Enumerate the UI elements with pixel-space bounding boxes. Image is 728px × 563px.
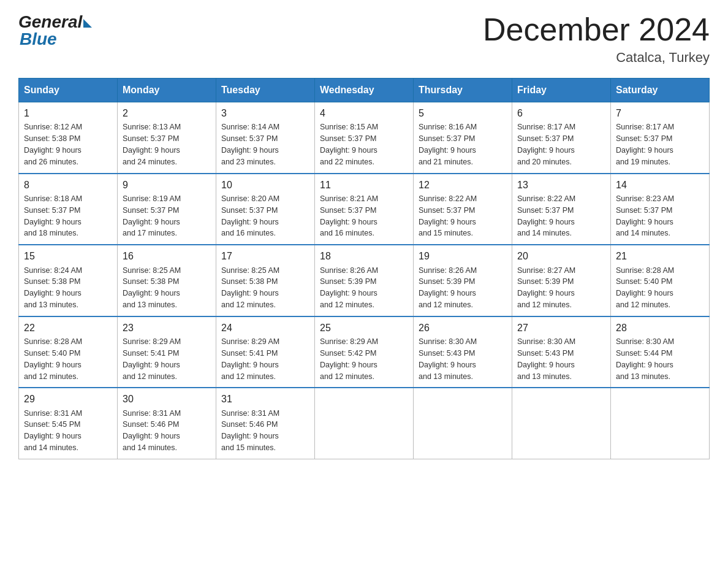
calendar-cell: 11 Sunrise: 8:21 AMSunset: 5:37 PMDaylig… bbox=[315, 174, 414, 245]
calendar-cell: 21 Sunrise: 8:28 AMSunset: 5:40 PMDaylig… bbox=[611, 245, 710, 316]
day-number: 18 bbox=[320, 249, 408, 263]
page-header: General Blue December 2024 Catalca, Turk… bbox=[18, 12, 710, 66]
day-number: 10 bbox=[221, 178, 309, 192]
col-header-wednesday: Wednesday bbox=[315, 79, 414, 102]
calendar-cell: 17 Sunrise: 8:25 AMSunset: 5:38 PMDaylig… bbox=[216, 245, 315, 316]
day-info: Sunrise: 8:17 AMSunset: 5:37 PMDaylight:… bbox=[517, 123, 575, 166]
day-info: Sunrise: 8:28 AMSunset: 5:40 PMDaylight:… bbox=[616, 266, 674, 310]
day-info: Sunrise: 8:28 AMSunset: 5:40 PMDaylight:… bbox=[24, 337, 82, 381]
day-number: 29 bbox=[24, 392, 112, 406]
calendar-cell: 2 Sunrise: 8:13 AMSunset: 5:37 PMDayligh… bbox=[118, 102, 216, 174]
day-number: 5 bbox=[419, 106, 507, 120]
calendar-cell: 16 Sunrise: 8:25 AMSunset: 5:38 PMDaylig… bbox=[118, 245, 216, 316]
calendar-cell: 3 Sunrise: 8:14 AMSunset: 5:37 PMDayligh… bbox=[216, 102, 315, 174]
day-info: Sunrise: 8:23 AMSunset: 5:37 PMDaylight:… bbox=[616, 194, 674, 238]
col-header-tuesday: Tuesday bbox=[216, 79, 315, 102]
day-info: Sunrise: 8:21 AMSunset: 5:37 PMDaylight:… bbox=[320, 194, 378, 238]
day-info: Sunrise: 8:25 AMSunset: 5:38 PMDaylight:… bbox=[123, 266, 181, 310]
calendar-cell: 25 Sunrise: 8:29 AMSunset: 5:42 PMDaylig… bbox=[315, 316, 414, 388]
day-number: 4 bbox=[320, 106, 408, 120]
col-header-saturday: Saturday bbox=[611, 79, 710, 102]
calendar-cell: 26 Sunrise: 8:30 AMSunset: 5:43 PMDaylig… bbox=[414, 316, 512, 388]
day-number: 19 bbox=[419, 249, 507, 263]
day-info: Sunrise: 8:18 AMSunset: 5:37 PMDaylight:… bbox=[24, 194, 82, 238]
calendar-cell: 4 Sunrise: 8:15 AMSunset: 5:37 PMDayligh… bbox=[315, 102, 414, 174]
calendar-cell: 12 Sunrise: 8:22 AMSunset: 5:37 PMDaylig… bbox=[414, 174, 512, 245]
calendar-cell: 28 Sunrise: 8:30 AMSunset: 5:44 PMDaylig… bbox=[611, 316, 710, 388]
day-number: 1 bbox=[24, 106, 112, 120]
day-number: 11 bbox=[320, 178, 408, 192]
col-header-monday: Monday bbox=[118, 79, 216, 102]
day-number: 14 bbox=[616, 178, 704, 192]
calendar-cell: 22 Sunrise: 8:28 AMSunset: 5:40 PMDaylig… bbox=[19, 316, 118, 388]
day-info: Sunrise: 8:31 AMSunset: 5:46 PMDaylight:… bbox=[123, 409, 181, 453]
calendar-table: SundayMondayTuesdayWednesdayThursdayFrid… bbox=[18, 78, 710, 459]
day-number: 24 bbox=[221, 321, 309, 335]
day-info: Sunrise: 8:30 AMSunset: 5:43 PMDaylight:… bbox=[517, 337, 575, 381]
day-info: Sunrise: 8:15 AMSunset: 5:37 PMDaylight:… bbox=[320, 123, 378, 166]
day-number: 28 bbox=[616, 321, 704, 335]
day-number: 6 bbox=[517, 106, 605, 120]
calendar-cell: 13 Sunrise: 8:22 AMSunset: 5:37 PMDaylig… bbox=[512, 174, 611, 245]
day-number: 23 bbox=[123, 321, 211, 335]
calendar-week-row: 22 Sunrise: 8:28 AMSunset: 5:40 PMDaylig… bbox=[19, 316, 710, 388]
col-header-thursday: Thursday bbox=[414, 79, 512, 102]
calendar-cell: 1 Sunrise: 8:12 AMSunset: 5:38 PMDayligh… bbox=[19, 102, 118, 174]
day-number: 27 bbox=[517, 321, 605, 335]
day-number: 15 bbox=[24, 249, 112, 263]
calendar-cell: 6 Sunrise: 8:17 AMSunset: 5:37 PMDayligh… bbox=[512, 102, 611, 174]
calendar-cell: 29 Sunrise: 8:31 AMSunset: 5:45 PMDaylig… bbox=[19, 388, 118, 459]
calendar-header-row: SundayMondayTuesdayWednesdayThursdayFrid… bbox=[19, 79, 710, 102]
day-info: Sunrise: 8:29 AMSunset: 5:42 PMDaylight:… bbox=[320, 337, 378, 381]
day-number: 30 bbox=[123, 392, 211, 406]
day-number: 7 bbox=[616, 106, 704, 120]
logo: General Blue bbox=[18, 12, 92, 49]
day-info: Sunrise: 8:17 AMSunset: 5:37 PMDaylight:… bbox=[616, 123, 674, 166]
day-number: 17 bbox=[221, 249, 309, 263]
day-number: 13 bbox=[517, 178, 605, 192]
day-number: 8 bbox=[24, 178, 112, 192]
calendar-cell bbox=[512, 388, 611, 459]
day-info: Sunrise: 8:31 AMSunset: 5:46 PMDaylight:… bbox=[221, 409, 279, 453]
day-info: Sunrise: 8:27 AMSunset: 5:39 PMDaylight:… bbox=[517, 266, 575, 310]
day-info: Sunrise: 8:29 AMSunset: 5:41 PMDaylight:… bbox=[123, 337, 181, 381]
day-info: Sunrise: 8:29 AMSunset: 5:41 PMDaylight:… bbox=[221, 337, 279, 381]
calendar-cell: 19 Sunrise: 8:26 AMSunset: 5:39 PMDaylig… bbox=[414, 245, 512, 316]
calendar-cell: 8 Sunrise: 8:18 AMSunset: 5:37 PMDayligh… bbox=[19, 174, 118, 245]
day-number: 25 bbox=[320, 321, 408, 335]
calendar-week-row: 1 Sunrise: 8:12 AMSunset: 5:38 PMDayligh… bbox=[19, 102, 710, 174]
day-info: Sunrise: 8:26 AMSunset: 5:39 PMDaylight:… bbox=[419, 266, 477, 310]
day-number: 9 bbox=[123, 178, 211, 192]
day-info: Sunrise: 8:19 AMSunset: 5:37 PMDaylight:… bbox=[123, 194, 181, 238]
calendar-cell: 27 Sunrise: 8:30 AMSunset: 5:43 PMDaylig… bbox=[512, 316, 611, 388]
day-number: 12 bbox=[419, 178, 507, 192]
day-info: Sunrise: 8:20 AMSunset: 5:37 PMDaylight:… bbox=[221, 194, 279, 238]
day-number: 3 bbox=[221, 106, 309, 120]
day-info: Sunrise: 8:25 AMSunset: 5:38 PMDaylight:… bbox=[221, 266, 279, 310]
day-info: Sunrise: 8:12 AMSunset: 5:38 PMDaylight:… bbox=[24, 123, 82, 166]
calendar-cell: 10 Sunrise: 8:20 AMSunset: 5:37 PMDaylig… bbox=[216, 174, 315, 245]
day-info: Sunrise: 8:26 AMSunset: 5:39 PMDaylight:… bbox=[320, 266, 378, 310]
day-number: 22 bbox=[24, 321, 112, 335]
logo-arrow-icon bbox=[83, 19, 92, 28]
day-info: Sunrise: 8:14 AMSunset: 5:37 PMDaylight:… bbox=[221, 123, 279, 166]
day-number: 2 bbox=[123, 106, 211, 120]
calendar-cell bbox=[315, 388, 414, 459]
day-info: Sunrise: 8:16 AMSunset: 5:37 PMDaylight:… bbox=[419, 123, 477, 166]
calendar-cell: 14 Sunrise: 8:23 AMSunset: 5:37 PMDaylig… bbox=[611, 174, 710, 245]
calendar-cell: 30 Sunrise: 8:31 AMSunset: 5:46 PMDaylig… bbox=[118, 388, 216, 459]
col-header-friday: Friday bbox=[512, 79, 611, 102]
calendar-cell: 24 Sunrise: 8:29 AMSunset: 5:41 PMDaylig… bbox=[216, 316, 315, 388]
day-info: Sunrise: 8:30 AMSunset: 5:44 PMDaylight:… bbox=[616, 337, 674, 381]
calendar-cell: 20 Sunrise: 8:27 AMSunset: 5:39 PMDaylig… bbox=[512, 245, 611, 316]
day-number: 21 bbox=[616, 249, 704, 263]
calendar-cell: 31 Sunrise: 8:31 AMSunset: 5:46 PMDaylig… bbox=[216, 388, 315, 459]
day-number: 20 bbox=[517, 249, 605, 263]
month-title: December 2024 bbox=[483, 12, 710, 47]
calendar-week-row: 8 Sunrise: 8:18 AMSunset: 5:37 PMDayligh… bbox=[19, 174, 710, 245]
calendar-cell: 23 Sunrise: 8:29 AMSunset: 5:41 PMDaylig… bbox=[118, 316, 216, 388]
calendar-week-row: 15 Sunrise: 8:24 AMSunset: 5:38 PMDaylig… bbox=[19, 245, 710, 316]
day-number: 26 bbox=[419, 321, 507, 335]
calendar-cell: 18 Sunrise: 8:26 AMSunset: 5:39 PMDaylig… bbox=[315, 245, 414, 316]
calendar-cell: 7 Sunrise: 8:17 AMSunset: 5:37 PMDayligh… bbox=[611, 102, 710, 174]
